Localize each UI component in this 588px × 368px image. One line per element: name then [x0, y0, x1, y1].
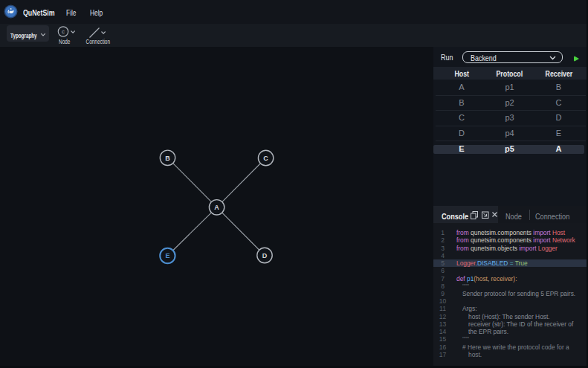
- svg-text:c: c: [62, 28, 65, 35]
- svg-text:E: E: [165, 252, 169, 259]
- svg-text:A: A: [214, 204, 219, 211]
- svg-text:D: D: [262, 252, 268, 259]
- svg-text:C: C: [263, 155, 268, 162]
- svg-text:B: B: [165, 155, 170, 162]
